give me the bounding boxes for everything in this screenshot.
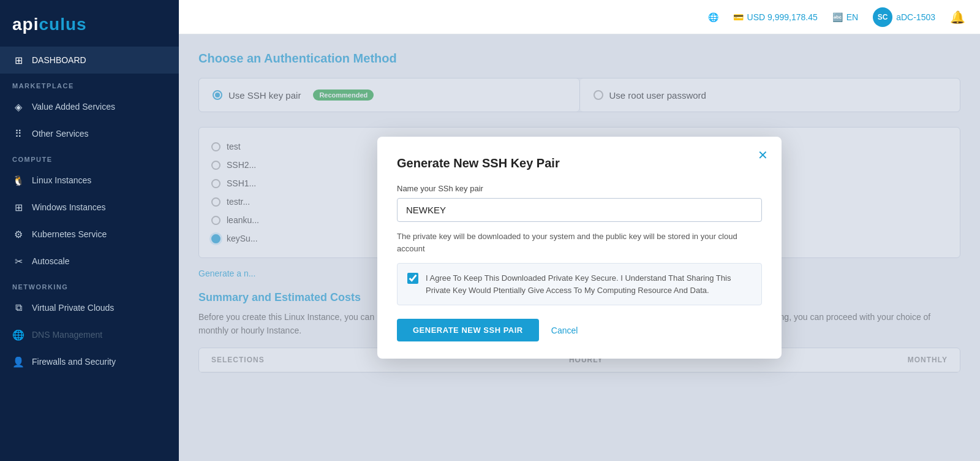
account-name: aDC-1503	[896, 12, 935, 22]
dns-icon: 🌐	[12, 329, 24, 341]
modal-close-button[interactable]: ✕	[758, 148, 768, 162]
sidebar-item-label: Other Services	[32, 129, 89, 139]
sidebar-item-label: Windows Instances	[32, 202, 106, 212]
linux-icon: 🐧	[12, 174, 24, 186]
topbar-balance[interactable]: 💳 USD 9,999,178.45	[733, 12, 818, 22]
modal-agree-checkbox[interactable]	[407, 273, 418, 284]
topbar-account[interactable]: SC aDC-1503	[873, 7, 935, 27]
cancel-button[interactable]: Cancel	[551, 326, 578, 335]
compute-section-label: COMPUTE	[0, 147, 179, 167]
sidebar: apiculus ⊞ DASHBOARD MARKETPLACE ◈ Value…	[0, 0, 179, 461]
globe-icon: 🌐	[708, 12, 718, 22]
sidebar-item-label: Linux Instances	[32, 175, 91, 185]
page-content: Choose an Authentication Method Use SSH …	[179, 34, 980, 461]
value-added-services-icon: ◈	[12, 101, 24, 113]
language-icon: 🔤	[832, 12, 843, 22]
sidebar-item-label: Virtual Private Clouds	[32, 303, 114, 313]
sidebar-item-label: Autoscale	[32, 256, 69, 266]
other-services-icon: ⠿	[12, 128, 24, 140]
topbar-language[interactable]: 🔤 EN	[832, 12, 858, 22]
modal-overlay: Generate New SSH Key Pair ✕ Name your SS…	[179, 34, 980, 461]
modal-actions: GENERATE NEW SSH PAIR Cancel	[397, 319, 762, 341]
sidebar-item-dns[interactable]: 🌐 DNS Management	[0, 321, 179, 348]
main-content: 🌐 💳 USD 9,999,178.45 🔤 EN SC aDC-1503 🔔 …	[179, 0, 980, 461]
sidebar-item-kubernetes[interactable]: ⚙ Kubernetes Service	[0, 221, 179, 248]
sidebar-item-other-services[interactable]: ⠿ Other Services	[0, 120, 179, 147]
topbar-globe[interactable]: 🌐	[708, 12, 718, 22]
sidebar-item-label: DNS Management	[32, 330, 102, 340]
modal: Generate New SSH Key Pair ✕ Name your SS…	[377, 137, 782, 359]
language-value: EN	[846, 12, 858, 22]
modal-info-text: The private key will be downloaded to yo…	[397, 230, 762, 254]
balance-value: USD 9,999,178.45	[747, 12, 818, 22]
sidebar-item-autoscale[interactable]: ✂ Autoscale	[0, 248, 179, 275]
generate-ssh-button[interactable]: GENERATE NEW SSH PAIR	[397, 319, 539, 341]
sidebar-item-label: DASHBOARD	[32, 55, 86, 65]
sidebar-item-label: Firewalls and Security	[32, 357, 116, 367]
modal-agree-box: I Agree To Keep This Downloaded Private …	[397, 263, 762, 305]
sidebar-item-label: Value Added Services	[32, 102, 115, 112]
balance-icon: 💳	[733, 12, 744, 22]
windows-icon: ⊞	[12, 201, 24, 213]
networking-section-label: NETWORKING	[0, 275, 179, 294]
modal-agree-text: I Agree To Keep This Downloaded Private …	[426, 272, 752, 296]
bell-icon: 🔔	[950, 10, 965, 25]
logo-text: apiculus	[12, 15, 87, 34]
sidebar-item-label: Kubernetes Service	[32, 229, 107, 239]
dashboard-icon: ⊞	[12, 54, 24, 66]
topbar-notifications[interactable]: 🔔	[950, 10, 965, 25]
marketplace-section-label: MARKETPLACE	[0, 74, 179, 93]
firewall-icon: 👤	[12, 356, 24, 368]
sidebar-item-dashboard[interactable]: ⊞ DASHBOARD	[0, 47, 179, 74]
modal-key-name-label: Name your SSh key pair	[397, 184, 762, 193]
autoscale-icon: ✂	[12, 255, 24, 267]
avatar: SC	[873, 7, 892, 27]
modal-title: Generate New SSH Key Pair	[397, 156, 762, 170]
topbar: 🌐 💳 USD 9,999,178.45 🔤 EN SC aDC-1503 🔔	[179, 0, 980, 34]
sidebar-item-firewalls[interactable]: 👤 Firewalls and Security	[0, 348, 179, 375]
sidebar-item-windows-instances[interactable]: ⊞ Windows Instances	[0, 194, 179, 221]
sidebar-item-linux-instances[interactable]: 🐧 Linux Instances	[0, 167, 179, 194]
sidebar-logo: apiculus	[0, 0, 179, 47]
vpc-icon: ⧉	[12, 302, 24, 314]
kubernetes-icon: ⚙	[12, 228, 24, 240]
sidebar-item-vpc[interactable]: ⧉ Virtual Private Clouds	[0, 294, 179, 321]
sidebar-item-value-added-services[interactable]: ◈ Value Added Services	[0, 93, 179, 120]
modal-key-name-input[interactable]	[397, 198, 762, 222]
